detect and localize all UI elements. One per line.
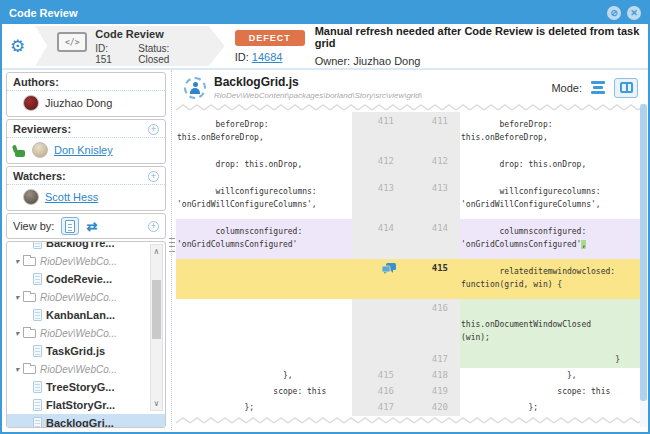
tree-item-label: FlatStoryGr...	[46, 399, 115, 411]
defect-id-link[interactable]: 14684	[252, 51, 283, 63]
file-icon	[33, 309, 42, 321]
view-by-changeset-button[interactable]: ⇄	[86, 220, 97, 233]
add-watcher-button[interactable]: +	[148, 171, 159, 182]
reviewers-label: Reviewers:	[13, 123, 71, 135]
scroll-up-icon[interactable]: ∧	[151, 245, 162, 258]
view-by-add-button[interactable]: +	[148, 221, 159, 232]
close-button[interactable]: ✕	[627, 6, 641, 20]
diff-new-code: };	[460, 400, 640, 416]
tree-scrollbar[interactable]: ∧ ∨	[150, 244, 163, 411]
diff-old-code	[176, 259, 352, 299]
new-line-number: 413	[406, 179, 460, 219]
tree-item-file[interactable]: TreeStoryG...	[7, 378, 165, 396]
old-line-number: 415	[352, 368, 406, 384]
new-line-number: 419	[406, 384, 460, 400]
diff-row[interactable]: };417420 };	[176, 400, 640, 416]
diff-scrollbar[interactable]	[640, 104, 647, 427]
old-line-number: 412	[352, 152, 406, 179]
diff-line-gutter: 415418	[352, 368, 460, 384]
defect-summary-block: Manual refresh needed after Code Review …	[315, 25, 640, 67]
file-icon	[33, 273, 42, 285]
watcher-row: Scott Hess	[7, 185, 165, 210]
tree-item-file[interactable]: BacklogTre...	[7, 242, 165, 252]
diff-row[interactable]: scope: this416419 scope: this	[176, 384, 640, 400]
diff-old-code: scope: this	[176, 384, 352, 400]
diff-row[interactable]: drop: this.onDrop,412412 drop: this.onDr…	[176, 152, 640, 179]
changeset-icon[interactable]	[184, 77, 206, 99]
view-by-file-button[interactable]	[61, 217, 79, 235]
window-titlebar[interactable]: Code Review ⊘ ✕	[2, 2, 648, 24]
diff-old-code: willconfigurecolumns: 'onGridWillConfigu…	[176, 179, 352, 219]
caret-down-icon[interactable]: ▾	[15, 365, 19, 374]
tree-item-label: KanbanLan...	[46, 309, 115, 321]
new-line-number: 417	[406, 352, 460, 368]
diff-viewport: beforeDrop: this.onBeforeDrop,411411 bef…	[176, 103, 648, 430]
diff-file-header: BacklogGrid.js RioDev\WebContent\package…	[176, 70, 648, 103]
diff-line-gutter: 416419	[352, 384, 460, 400]
diff-line-gutter: 414414	[352, 219, 460, 259]
watcher-name-link[interactable]: Scott Hess	[45, 191, 98, 203]
tree-scrollbar-thumb[interactable]	[152, 280, 161, 338]
diff-old-code: };	[176, 400, 352, 416]
add-reviewer-button[interactable]: +	[148, 124, 159, 135]
diff-old-code	[176, 299, 352, 352]
diff-row[interactable]: },415418 },	[176, 368, 640, 384]
new-line-number: 411	[406, 112, 460, 152]
defect-badge: DEFECT	[235, 30, 305, 46]
gear-icon[interactable]: ⚙	[10, 38, 25, 55]
diff-row[interactable]: 415 relateditemwindowclosed: function(gr…	[176, 259, 640, 299]
review-status: Status: Closed	[138, 43, 196, 65]
reviewers-section: Reviewers: + Don Knisley	[6, 119, 166, 164]
defect-summary: Manual refresh needed after Code Review …	[315, 25, 640, 49]
caret-down-icon[interactable]: ▾	[15, 293, 19, 302]
tree-item-label: RioDev\WebCo...	[40, 364, 117, 375]
file-tree-panel: BacklogTre...▾RioDev\WebCo...CodeRevie..…	[6, 241, 166, 428]
folder-icon	[23, 365, 36, 374]
caret-down-icon[interactable]: ▾	[15, 329, 19, 338]
authors-label: Authors:	[13, 76, 59, 88]
tree-item-folder[interactable]: ▾RioDev\WebCo...	[7, 252, 165, 270]
diff-row[interactable]: willconfigurecolumns: 'onGridWillConfigu…	[176, 179, 640, 219]
tree-item-file[interactable]: KanbanLan...	[7, 306, 165, 324]
side-by-side-view-button[interactable]	[614, 78, 638, 98]
caret-down-icon[interactable]: ▾	[15, 257, 19, 266]
tree-item-file[interactable]: TaskGrid.js	[7, 342, 165, 360]
diff-file-path: RioDev\WebContent\packages\borland\Story…	[214, 91, 422, 100]
unified-view-button[interactable]	[591, 81, 605, 94]
review-breadcrumb-ribbon[interactable]: </> Code Review ID: 151 Status: Closed	[35, 26, 224, 66]
new-line-number: 414	[406, 219, 460, 259]
tree-item-file[interactable]: CodeRevie...	[7, 270, 165, 288]
tree-item-file[interactable]: BacklogGri...	[7, 414, 165, 427]
diff-row[interactable]: 417 }	[176, 352, 640, 368]
new-line-number: 416	[406, 299, 460, 352]
diff-old-code: },	[176, 368, 352, 384]
defect-owner: Owner: Jiuzhao Dong	[315, 55, 640, 67]
tree-item-label: TaskGrid.js	[46, 345, 105, 357]
side-by-side-icon	[620, 82, 633, 93]
panel-splitter[interactable]	[168, 70, 176, 430]
circle-slash-button[interactable]: ⊘	[607, 6, 621, 20]
tree-item-folder[interactable]: ▾RioDev\WebCo...	[7, 288, 165, 306]
thumbs-up-icon	[13, 144, 26, 157]
diff-row[interactable]: 416 this.onDocumentWindowClosed (win);	[176, 299, 640, 352]
diff-new-code: willconfigurecolumns: 'onGridWillConfigu…	[460, 179, 640, 219]
folder-icon	[23, 257, 36, 266]
watcher-avatar	[23, 189, 39, 205]
reviewer-avatar	[32, 142, 48, 158]
review-header: ⚙ </> Code Review ID: 151 Status: Closed…	[2, 24, 648, 70]
tree-item-label: BacklogTre...	[46, 242, 114, 249]
comment-icon[interactable]	[352, 259, 406, 299]
tree-item-folder[interactable]: ▾RioDev\WebCo...	[7, 324, 165, 342]
diff-old-code: beforeDrop: this.onBeforeDrop,	[176, 112, 352, 152]
tree-item-file[interactable]: FlatStoryGr...	[7, 396, 165, 414]
author-avatar	[23, 95, 39, 111]
reviewer-name-link[interactable]: Don Knisley	[54, 144, 113, 156]
diff-scrollbar-thumb[interactable]	[640, 104, 647, 401]
scroll-down-icon[interactable]: ∨	[151, 397, 162, 410]
diff-row[interactable]: beforeDrop: this.onBeforeDrop,411411 bef…	[176, 112, 640, 152]
tree-item-folder[interactable]: ▾RioDev\WebCo...	[7, 360, 165, 378]
diff-new-code: columnsconfigured: 'onGridColumnsConfigu…	[460, 219, 640, 259]
diff-line-gutter: 416	[352, 299, 460, 352]
diff-row[interactable]: columnsconfigured: 'onGridColumnsConfigu…	[176, 219, 640, 259]
old-line-number: 417	[352, 400, 406, 416]
